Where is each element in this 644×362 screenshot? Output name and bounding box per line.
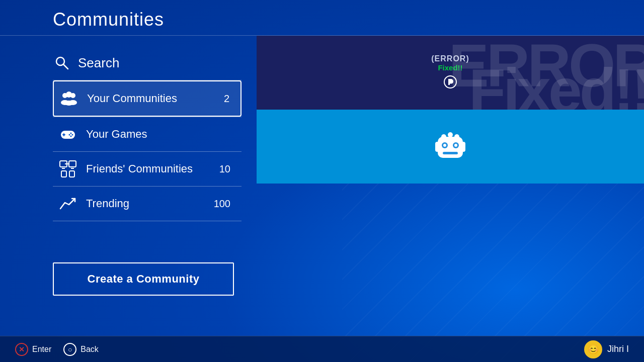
search-label: Search (78, 55, 119, 71)
community-card-error-fix[interactable]: (ERROR) Fixed!! Error fix (257, 36, 644, 110)
svg-point-14 (70, 136, 72, 137)
svg-point-36 (448, 132, 453, 137)
sidebar-item-your-games[interactable]: Your Games (53, 117, 242, 151)
title-bar: Communities (0, 0, 644, 36)
controls-left: ✕ Enter ○ Back (15, 343, 99, 356)
community-card-qien[interactable]: Qieri 2 (257, 110, 644, 184)
circle-button: ○ (63, 343, 76, 356)
sidebar-item-your-communities[interactable]: Your Communities 2 (53, 80, 242, 117)
thumb-ps-icon (443, 75, 457, 91)
user-avatar: 😊 (584, 340, 602, 358)
svg-point-31 (454, 144, 457, 147)
enter-label: Enter (32, 345, 51, 354)
thumb-error-text: (ERROR) (431, 54, 469, 63)
search-icon (53, 54, 71, 72)
svg-rect-17 (69, 161, 76, 167)
back-label: Back (80, 345, 99, 354)
page-title: Communities (53, 9, 644, 30)
sidebar-item-your-games-label: Your Games (86, 128, 233, 141)
thumb-fixed-text: Fixed!! (438, 63, 462, 72)
sidebar-item-trending-label: Trending (86, 197, 206, 210)
svg-rect-21 (69, 171, 74, 177)
svg-rect-32 (443, 152, 458, 154)
sidebar-item-trending-count: 100 (214, 198, 230, 210)
search-row[interactable]: Search (53, 46, 242, 80)
error-fix-thumbnail: (ERROR) Fixed!! (257, 36, 644, 110)
content-area: Search Your Communities 2 (0, 36, 644, 336)
user-info: 😊 Jihri I (584, 340, 629, 358)
svg-rect-20 (61, 171, 66, 177)
svg-point-7 (64, 101, 73, 106)
sidebar-item-trending[interactable]: Trending 100 (53, 187, 242, 221)
bottom-bar: ✕ Enter ○ Back 😊 Jihri I (0, 336, 644, 362)
create-community-button[interactable]: Create a Community (53, 262, 234, 296)
svg-point-35 (441, 134, 446, 139)
sidebar-item-friends-communities-label: Friends' Communities (86, 162, 211, 175)
svg-point-11 (70, 133, 72, 134)
enter-control: ✕ Enter (15, 343, 51, 356)
create-btn-wrap: Create a Community (53, 262, 242, 326)
qien-thumbnail (257, 110, 644, 184)
controller-icon (58, 124, 78, 144)
svg-rect-10 (62, 134, 65, 135)
sidebar-item-friends-communities-count: 10 (219, 163, 230, 175)
trending-icon (58, 194, 78, 214)
svg-line-1 (63, 64, 68, 69)
avatar-emoji: 😊 (588, 344, 599, 355)
svg-point-4 (66, 92, 72, 98)
svg-rect-16 (62, 168, 65, 169)
communities-icon (59, 88, 79, 109)
svg-rect-34 (461, 142, 465, 152)
svg-point-12 (72, 134, 73, 136)
svg-rect-33 (435, 142, 439, 152)
friends-icon (58, 159, 78, 179)
svg-rect-27 (438, 137, 463, 158)
sidebar-item-your-communities-count: 2 (224, 93, 229, 105)
svg-point-13 (69, 134, 70, 136)
cross-button: ✕ (15, 343, 28, 356)
sidebar-item-your-communities-label: Your Communities (87, 92, 216, 105)
divider-4 (53, 221, 242, 221)
back-control: ○ Back (63, 343, 99, 356)
sidebar: Search Your Communities 2 (0, 36, 257, 336)
username: Jihri I (607, 344, 629, 354)
svg-point-37 (454, 134, 459, 139)
communities-panel: (ERROR) Fixed!! Error fix (257, 36, 644, 336)
svg-rect-18 (71, 168, 74, 169)
community-face-icon (430, 127, 470, 167)
main-container: Communities Search (0, 0, 644, 362)
sidebar-item-friends-communities[interactable]: Friends' Communities 10 (53, 152, 242, 186)
svg-point-30 (443, 144, 446, 147)
